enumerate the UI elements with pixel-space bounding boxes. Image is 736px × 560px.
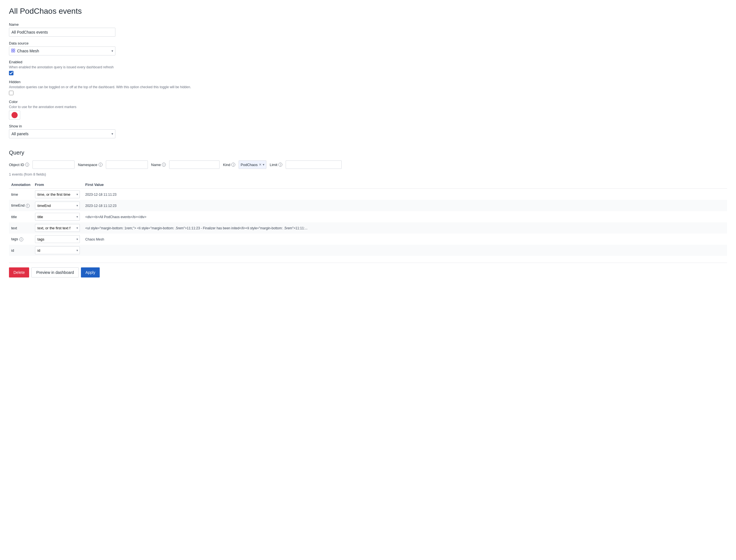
- from-select[interactable]: time, or the first time: [35, 190, 80, 198]
- from-select[interactable]: text, or the first text f: [35, 224, 80, 232]
- datasource-select-wrapper: Chaos Mesh ▾: [9, 46, 115, 55]
- show-in-select[interactable]: All panels Selected panels: [9, 129, 115, 138]
- namespace-input[interactable]: [106, 160, 148, 169]
- from-cell: tags▾: [33, 234, 83, 245]
- kind-info-icon: i: [231, 163, 235, 167]
- query-section-title: Query: [9, 150, 727, 156]
- show-in-select-wrapper: All panels Selected panels ▾: [9, 129, 115, 138]
- annotation-label: time: [11, 192, 18, 197]
- first-value-cell: <div><b>All PodChaos events</b></div>: [83, 211, 727, 222]
- from-cell: id▾: [33, 245, 83, 256]
- object-id-input[interactable]: [32, 160, 74, 169]
- limit-label: Limit i: [270, 163, 282, 167]
- from-select[interactable]: timeEnd: [35, 202, 80, 209]
- name-query-label: Name i: [151, 163, 166, 167]
- from-select-wrapper: title▾: [35, 213, 80, 221]
- name-label: Name: [9, 22, 727, 27]
- kind-tag-remove[interactable]: ✕: [259, 163, 262, 167]
- first-value-text: 2023-12-18 11:11:23: [85, 193, 117, 197]
- from-select-wrapper: tags▾: [35, 235, 80, 243]
- query-row: Object ID i Namespace i Name i Kind i Po…: [9, 160, 727, 169]
- hidden-field-group: Hidden Annotation queries can be toggled…: [9, 80, 727, 95]
- kind-tag: PodChaos ✕ ▾: [239, 160, 266, 169]
- annotation-cell: time: [9, 189, 33, 200]
- enabled-field-group: Enabled When enabled the annotation quer…: [9, 60, 727, 75]
- table-row: timeEnditimeEnd▾2023-12-18 11:12:23: [9, 200, 727, 211]
- first-value-cell: <ul style="margin-bottom: 1rem;"> <li st…: [83, 222, 727, 234]
- name-input[interactable]: [9, 28, 115, 37]
- hidden-checkbox[interactable]: [9, 91, 13, 95]
- datasource-label: Data source: [9, 41, 727, 45]
- annotation-info-icon: i: [26, 204, 30, 208]
- table-row: titletitle▾<div><b>All PodChaos events</…: [9, 211, 727, 222]
- first-value-col-header: First Value: [83, 181, 727, 189]
- table-row: timetime, or the first time▾2023-12-18 1…: [9, 189, 727, 200]
- name-field-group: Name: [9, 22, 727, 37]
- annotation-cell: text: [9, 222, 33, 234]
- from-select-wrapper: time, or the first time▾: [35, 190, 80, 198]
- hidden-desc: Annotation queries can be toggled on or …: [9, 85, 727, 89]
- hidden-label: Hidden: [9, 80, 727, 84]
- first-value-text: Chaos Mesh: [85, 237, 104, 241]
- from-cell: title▾: [33, 211, 83, 222]
- from-select[interactable]: id: [35, 246, 80, 254]
- from-col-header: From: [33, 181, 83, 189]
- apply-button[interactable]: Apply: [81, 267, 100, 277]
- from-cell: time, or the first time▾: [33, 189, 83, 200]
- annotation-cell: timeEndi: [9, 200, 33, 211]
- first-value-text: <ul style="margin-bottom: 1rem;"> <li st…: [85, 226, 308, 230]
- annotation-cell: title: [9, 211, 33, 222]
- table-header-row: Annotation From First Value: [9, 181, 727, 189]
- namespace-label: Namespace i: [78, 163, 102, 167]
- color-field-group: Color Color to use for the annotation ev…: [9, 100, 727, 120]
- first-value-cell: [83, 245, 727, 256]
- annotation-label: timeEnd: [11, 203, 25, 207]
- delete-button[interactable]: Delete: [9, 267, 29, 277]
- limit-info-icon: i: [278, 163, 282, 167]
- annotation-table: Annotation From First Value timetime, or…: [9, 181, 727, 256]
- first-value-cell: Chaos Mesh: [83, 234, 727, 245]
- enabled-label: Enabled: [9, 60, 727, 64]
- from-cell: text, or the first text f▾: [33, 222, 83, 234]
- datasource-select[interactable]: Chaos Mesh: [9, 46, 115, 55]
- color-desc: Color to use for the annotation event ma…: [9, 105, 727, 109]
- show-in-field-group: Show in All panels Selected panels ▾: [9, 124, 727, 138]
- datasource-field-group: Data source Chaos Mesh ▾: [9, 41, 727, 55]
- footer-bar: Delete Preview in dashboard Apply: [9, 263, 727, 277]
- limit-input[interactable]: [286, 160, 342, 169]
- from-select[interactable]: title: [35, 213, 80, 221]
- enabled-checkbox[interactable]: [9, 71, 13, 75]
- annotation-col-header: Annotation: [9, 181, 33, 189]
- annotation-label: title: [11, 215, 17, 219]
- color-label: Color: [9, 100, 727, 104]
- annotation-cell: id: [9, 245, 33, 256]
- kind-chevron-icon: ▾: [263, 163, 264, 167]
- from-select-wrapper: text, or the first text f▾: [35, 224, 80, 232]
- kind-label: Kind i: [223, 163, 235, 167]
- annotation-label: text: [11, 226, 17, 230]
- from-select-wrapper: timeEnd▾: [35, 202, 80, 209]
- first-value-text: 2023-12-18 11:12:23: [85, 204, 117, 208]
- table-row: idid▾: [9, 245, 727, 256]
- first-value-cell: 2023-12-18 11:12:23: [83, 200, 727, 211]
- first-value-cell: 2023-12-18 11:11:23: [83, 189, 727, 200]
- from-select-wrapper: id▾: [35, 246, 80, 254]
- name-info-icon: i: [162, 163, 166, 167]
- object-id-label: Object ID i: [9, 163, 29, 167]
- from-cell: timeEnd▾: [33, 200, 83, 211]
- namespace-info-icon: i: [99, 163, 103, 167]
- annotation-cell: tagsi: [9, 234, 33, 245]
- annotation-label: id: [11, 248, 14, 253]
- color-picker-button[interactable]: [9, 111, 20, 120]
- enabled-desc: When enabled the annotation query is iss…: [9, 65, 727, 69]
- table-row: tagsitags▾Chaos Mesh: [9, 234, 727, 245]
- color-circle: [11, 112, 18, 118]
- name-query-input[interactable]: [169, 160, 220, 169]
- page-title: All PodChaos events: [9, 7, 727, 16]
- show-in-label: Show in: [9, 124, 727, 128]
- annotation-info-icon: i: [19, 237, 23, 241]
- preview-button[interactable]: Preview in dashboard: [31, 267, 79, 277]
- annotation-label: tags: [11, 237, 18, 241]
- first-value-text: <div><b>All PodChaos events</b></div>: [85, 215, 146, 219]
- from-select[interactable]: tags: [35, 235, 80, 243]
